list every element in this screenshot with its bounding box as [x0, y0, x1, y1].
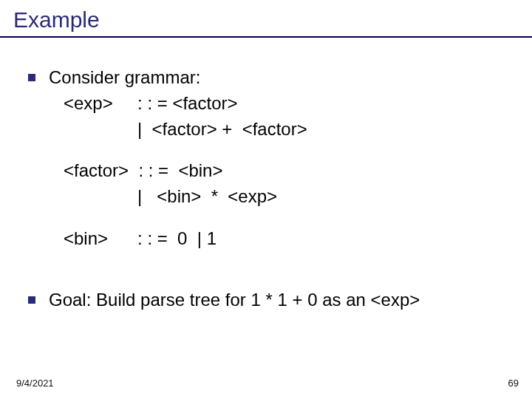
grammar-exp-rule-2: | <factor> + <factor>	[49, 117, 307, 143]
grammar-factor-rule-1: <factor> : : = <bin>	[49, 158, 307, 184]
bullet-item-2: Goal: Build parse tree for 1 * 1 + 0 as …	[28, 287, 532, 313]
grammar-exp-rule-1: <exp> : : = <factor>	[49, 91, 307, 117]
slide-body: Consider grammar: <exp> : : = <factor> |…	[28, 65, 532, 313]
square-bullet-icon	[28, 296, 35, 304]
consider-grammar-line: Consider grammar:	[49, 65, 307, 91]
grammar-factor-rule-2: | <bin> * <exp>	[49, 184, 307, 210]
square-bullet-icon	[28, 74, 35, 81]
grammar-bin-rule: <bin> : : = 0 | 1	[49, 226, 307, 252]
bullet-item-1: Consider grammar: <exp> : : = <factor> |…	[28, 65, 532, 252]
bullet-1-content: Consider grammar: <exp> : : = <factor> |…	[49, 65, 307, 252]
footer-page-number: 69	[508, 378, 519, 389]
slide-title: Example	[13, 7, 100, 33]
goal-line: Goal: Build parse tree for 1 * 1 + 0 as …	[49, 287, 420, 313]
title-underline	[0, 36, 532, 38]
footer-date: 9/4/2021	[16, 378, 54, 389]
